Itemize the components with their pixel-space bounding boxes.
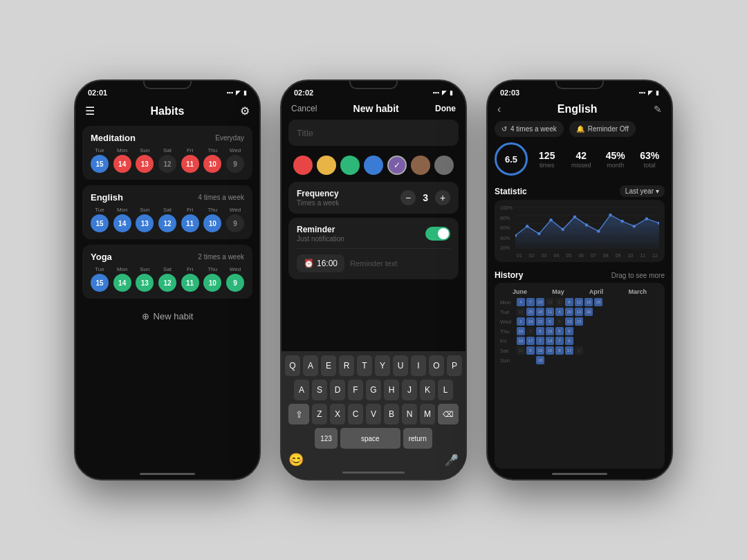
frequency-section: Frequency Times a week − 3 + [288,182,459,214]
plus-circle-icon: ⊕ [142,311,149,321]
key-s[interactable]: S [312,380,327,400]
reminder-section: Reminder Just notification ⏰ 16:00 Remin… [288,218,459,279]
stat-total: 63% total [635,150,665,169]
mic-icon[interactable]: 🎤 [445,454,459,467]
habits-header: ☰ Habits ⚙ [75,100,259,123]
reminder-toggle[interactable] [425,227,450,241]
habit-card-meditation[interactable]: Meditation Everyday Tue 15 Mon 14 Sun 13 [82,126,252,180]
key-b[interactable]: B [384,404,399,424]
return-key[interactable]: return [403,428,432,449]
keyboard-row-1: Q A E R T Y U I O P [284,355,463,376]
key-u[interactable]: U [393,355,408,376]
key-m[interactable]: M [420,404,435,424]
stat-num-times: 125 [539,150,555,161]
status-icons-1: ▪▪▪ ◤ ▮ [226,89,247,96]
habit-name-meditation: Meditation [91,133,136,143]
wifi-icon-3: ◤ [648,89,653,96]
key-c[interactable]: C [348,404,363,424]
clock-icon: ⏰ [304,259,314,268]
new-habit-button[interactable]: ⊕ New habit [75,311,259,321]
keyboard-bottom: 😊 🎤 [284,452,463,467]
title-input-area[interactable]: Title [288,120,459,146]
check-icon: ✓ [394,160,400,170]
key-r[interactable]: R [339,355,354,376]
habit-freq-meditation: Everyday [215,134,244,142]
detail-pills: ↺ 4 times a week 🔔 Reminder Off [488,121,672,142]
color-red[interactable] [293,156,313,175]
cal-row-sat: Sat 12 5 29 15 8 17 2 [500,346,659,355]
svg-point-10 [549,218,553,222]
freq-minus-button[interactable]: − [400,190,416,205]
signal-icon-3: ▪▪▪ [638,89,645,96]
detail-title: English [557,103,598,115]
key-f[interactable]: F [348,380,363,400]
key-i[interactable]: I [411,355,426,376]
stat-num-month: 45% [606,150,625,161]
habit-days-yoga: Tue15 Mon14 Sun13 Sat12 Fri11 Thu10 Wed9 [91,266,244,292]
day-col: Tue 15 [91,147,109,173]
key-d[interactable]: D [330,380,345,400]
key-z[interactable]: Z [312,404,327,424]
key-o[interactable]: O [429,355,444,376]
habit-card-english[interactable]: English 4 times a week Tue15 Mon14 Sun13… [82,185,252,239]
refresh-icon: ↺ [501,125,507,133]
habit-name-yoga: Yoga [91,252,112,262]
key-q[interactable]: Q [285,355,300,376]
color-blue[interactable] [364,156,383,175]
key-j[interactable]: J [402,380,417,400]
menu-icon[interactable]: ☰ [85,104,95,118]
svg-point-11 [561,228,564,232]
svg-point-15 [609,214,612,217]
freq-plus-button[interactable]: + [435,190,450,205]
period-label: Last year [625,187,654,195]
key-n[interactable]: N [402,404,417,424]
reminder-row: Reminder Just notification [297,225,450,243]
key-h[interactable]: H [384,380,399,400]
backspace-key[interactable]: ⌫ [438,404,459,424]
gear-icon[interactable]: ⚙ [240,104,250,118]
edit-button[interactable]: ✎ [654,104,662,115]
reminder-sub: Just notification [297,235,344,243]
reminder-time-display[interactable]: ⏰ 16:00 [297,254,344,272]
back-button[interactable]: ‹ [497,103,501,115]
key-a2[interactable]: A [294,380,309,400]
key-e[interactable]: E [321,355,336,376]
emoji-icon[interactable]: 😊 [288,452,304,467]
key-l[interactable]: L [438,380,453,400]
color-brown[interactable] [411,156,430,175]
key-a[interactable]: A [303,355,318,376]
phone-new-habit: 02:02 ▪▪▪ ◤ ▮ Cancel New habit Done Titl… [280,80,467,480]
color-picker: ✓ [282,151,465,182]
reminder-label-group: Reminder Just notification [297,225,344,243]
color-green[interactable] [340,156,360,175]
habit-days-meditation: Tue 15 Mon 14 Sun 13 Sat 12 [91,147,244,173]
period-dropdown[interactable]: Last year ▾ [620,185,665,197]
habit-card-yoga[interactable]: Yoga 2 times a week Tue15 Mon14 Sun13 Sa… [82,245,252,299]
key-t[interactable]: T [357,355,372,376]
key-k[interactable]: K [420,380,435,400]
num-key[interactable]: 123 [315,428,338,449]
key-x[interactable]: X [330,404,345,424]
shift-key[interactable]: ⇧ [288,404,309,424]
detail-header: ‹ English ✎ [488,100,672,121]
history-area[interactable]: June May April March Mon 4 7 24 10 3 [495,283,665,469]
key-y[interactable]: Y [375,355,390,376]
cal-row-sun: Sun 18 [500,356,659,364]
battery-icon-3: ▮ [656,89,659,96]
frequency-value: 3 [423,192,428,203]
space-key[interactable]: space [340,428,400,449]
calendar-grid: Mon 4 7 24 10 3 8 12 19 29 [500,298,659,364]
color-purple[interactable]: ✓ [387,156,407,175]
form-header: Cancel New habit Done [282,100,465,120]
key-p[interactable]: P [447,355,462,376]
reminder-text-placeholder: Reminder text [350,259,397,268]
phone-notch-3 [555,81,604,89]
color-yellow[interactable] [317,156,336,175]
key-g[interactable]: G [366,380,381,400]
done-button[interactable]: Done [435,104,456,113]
color-gray[interactable] [434,156,454,175]
cancel-button[interactable]: Cancel [291,104,317,113]
key-v[interactable]: V [366,404,381,424]
new-habit-label: New habit [154,311,194,321]
phone1-content: ☰ Habits ⚙ Meditation Everyday Tue 15 Mo… [75,100,259,469]
